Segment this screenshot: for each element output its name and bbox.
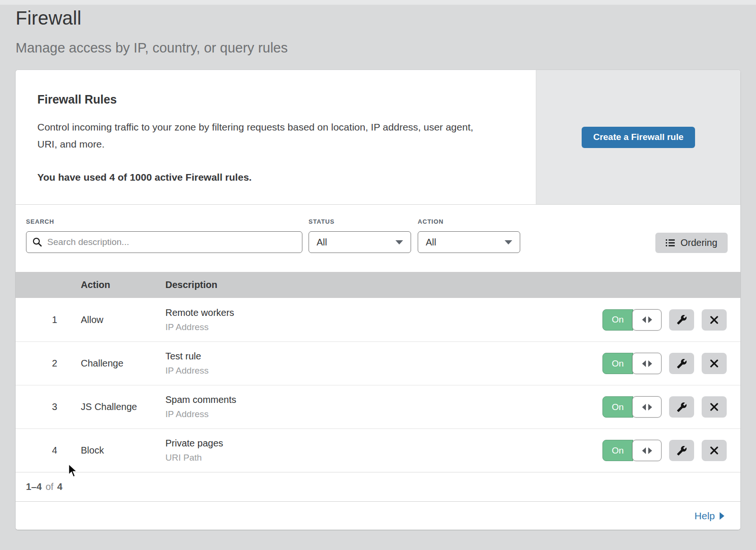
chevron-down-icon: [395, 240, 403, 244]
rule-priority: 2: [16, 358, 57, 369]
pagination-range: 1–4: [26, 481, 42, 492]
table-row: 2 Challenge Test rule IP Address On: [16, 341, 740, 385]
rule-enabled-toggle[interactable]: On: [602, 396, 662, 418]
table-row: 3 JS Challenge Spam comments IP Address …: [16, 385, 740, 428]
rule-action: Challenge: [81, 358, 157, 369]
toggle-handle[interactable]: [632, 309, 662, 331]
firewall-rules-card: Firewall Rules Control incoming traffic …: [16, 70, 740, 530]
search-filter-group: SEARCH: [26, 218, 302, 253]
toggle-on-label: On: [602, 440, 633, 461]
edit-rule-button[interactable]: [669, 353, 694, 374]
toggle-on-label: On: [602, 309, 633, 331]
delete-rule-button[interactable]: [702, 396, 727, 418]
search-input[interactable]: [26, 231, 302, 253]
table-header: Action Description: [16, 272, 740, 298]
card-footer: Help: [16, 501, 740, 530]
page-header: Firewall Manage access by IP, country, o…: [16, 6, 740, 56]
delete-rule-button[interactable]: [702, 353, 727, 374]
create-firewall-rule-button[interactable]: Create a Firewall rule: [582, 127, 695, 148]
arrow-right-icon: [648, 447, 652, 454]
intro-description: Control incoming traffic to your zone by…: [37, 119, 486, 153]
status-select[interactable]: All: [309, 231, 411, 253]
delete-rule-button[interactable]: [702, 440, 727, 461]
action-filter-group: ACTION All: [418, 218, 520, 253]
rule-description: Spam comments: [165, 394, 602, 405]
search-icon: [32, 237, 42, 247]
rule-action: JS Challenge: [81, 402, 157, 412]
action-select[interactable]: All: [418, 231, 520, 253]
usage-summary: You have used 4 of 1000 active Firewall …: [37, 172, 517, 183]
rule-field-type: IP Address: [165, 409, 602, 419]
ordering-list-icon: [666, 239, 675, 247]
edit-rule-button[interactable]: [669, 396, 694, 418]
arrow-left-icon: [642, 404, 646, 410]
filter-bar: SEARCH STATUS All ACTION: [16, 205, 740, 272]
action-selected-value: All: [426, 237, 436, 248]
arrow-left-icon: [642, 316, 646, 323]
arrow-right-icon: [648, 360, 652, 367]
rule-priority: 4: [16, 445, 57, 456]
rule-controls: On: [602, 440, 740, 461]
rule-priority: 3: [16, 402, 57, 412]
rule-controls: On: [602, 353, 740, 374]
rule-description-cell: Remote workers IP Address: [165, 307, 602, 332]
rule-description: Remote workers: [165, 307, 602, 318]
rule-description-cell: Test rule IP Address: [165, 351, 602, 376]
close-icon: [710, 402, 719, 411]
rule-enabled-toggle[interactable]: On: [602, 353, 662, 374]
create-rule-panel: Create a Firewall rule: [536, 70, 740, 204]
toggle-handle[interactable]: [632, 396, 662, 418]
toggle-handle[interactable]: [632, 440, 662, 461]
wrench-icon: [677, 358, 687, 369]
rule-action: Allow: [81, 314, 157, 325]
rule-description-cell: Spam comments IP Address: [165, 394, 602, 419]
close-icon: [710, 446, 719, 455]
rule-enabled-toggle[interactable]: On: [602, 440, 662, 461]
wrench-icon: [677, 402, 687, 412]
toggle-handle[interactable]: [632, 353, 662, 374]
rule-field-type: IP Address: [165, 322, 602, 332]
pagination-of: of: [45, 481, 53, 492]
rule-controls: On: [602, 396, 740, 418]
status-label: STATUS: [309, 218, 411, 225]
edit-rule-button[interactable]: [669, 309, 694, 331]
help-link-label: Help: [695, 510, 715, 522]
intro-section: Firewall Rules Control incoming traffic …: [16, 70, 740, 205]
rule-priority: 1: [16, 314, 57, 325]
action-column-header: Action: [81, 279, 157, 290]
rule-controls: On: [602, 309, 740, 331]
close-icon: [710, 315, 719, 324]
page-title: Firewall: [16, 8, 740, 29]
search-label: SEARCH: [26, 218, 302, 225]
rule-action: Block: [81, 445, 157, 456]
rule-field-type: IP Address: [165, 366, 602, 376]
delete-rule-button[interactable]: [702, 309, 727, 331]
toggle-on-label: On: [602, 396, 633, 418]
status-filter-group: STATUS All: [309, 218, 411, 253]
table-body: 1 Allow Remote workers IP Address On: [16, 298, 740, 472]
arrow-left-icon: [642, 360, 646, 367]
chevron-down-icon: [505, 240, 512, 244]
table-row: 1 Allow Remote workers IP Address On: [16, 298, 740, 341]
arrow-right-icon: [648, 316, 652, 323]
firewall-page: Firewall Manage access by IP, country, o…: [0, 0, 756, 530]
table-row: 4 Block Private pages URI Path On: [16, 428, 740, 472]
wrench-icon: [677, 314, 687, 325]
intro-text-block: Firewall Rules Control incoming traffic …: [16, 70, 536, 204]
arrow-right-icon: [648, 404, 652, 410]
rule-description: Test rule: [165, 351, 602, 362]
page-subtitle: Manage access by IP, country, or query r…: [16, 40, 740, 56]
close-icon: [710, 359, 719, 368]
help-link[interactable]: Help: [695, 510, 724, 522]
pagination-bar: 1–4 of 4: [16, 472, 740, 501]
edit-rule-button[interactable]: [669, 440, 694, 461]
wrench-icon: [677, 445, 687, 456]
intro-heading: Firewall Rules: [37, 93, 517, 106]
pagination-total: 4: [57, 481, 62, 492]
search-box: [26, 231, 302, 253]
rule-description: Private pages: [165, 438, 602, 449]
rule-enabled-toggle[interactable]: On: [602, 309, 662, 331]
ordering-button[interactable]: Ordering: [655, 233, 728, 253]
status-selected-value: All: [317, 237, 327, 248]
arrow-left-icon: [642, 447, 646, 454]
